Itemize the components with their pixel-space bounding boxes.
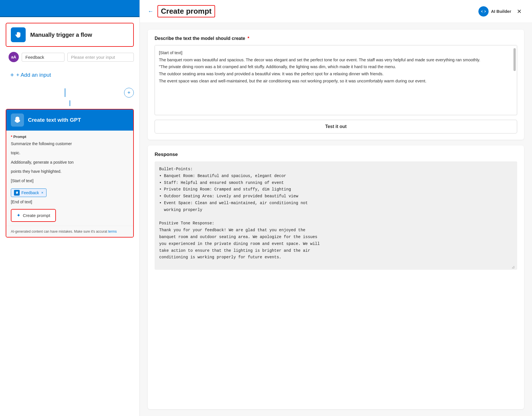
back-button[interactable]: ← bbox=[148, 8, 153, 15]
left-content: Manually trigger a flow aA Please enter … bbox=[0, 17, 139, 416]
feedback-input[interactable] bbox=[22, 53, 64, 62]
ai-builder-text: AI Builder bbox=[491, 9, 511, 14]
required-indicator: * bbox=[246, 36, 249, 41]
brain-icon bbox=[13, 116, 21, 124]
feedback-row: aA Please enter your input bbox=[6, 52, 134, 62]
describe-section: Describe the text the model should creat… bbox=[148, 30, 524, 140]
gpt-prompt-label: * Prompt bbox=[11, 135, 129, 139]
svg-point-1 bbox=[482, 10, 485, 13]
close-button[interactable]: ✕ bbox=[515, 7, 524, 16]
gpt-body: * Prompt Summarize the following custome… bbox=[6, 131, 133, 226]
create-prompt-label: Create prompt bbox=[23, 213, 50, 218]
feedback-tag[interactable]: Feedback × bbox=[11, 188, 46, 197]
ai-disclaimer: AI-generated content can have mistakes. … bbox=[6, 226, 133, 237]
gpt-start-of-text: [Start of text] bbox=[11, 178, 129, 184]
gpt-prompt-text-1: Summarize the following customer bbox=[11, 141, 129, 147]
gpt-icon bbox=[11, 113, 24, 127]
connector-button[interactable]: + bbox=[124, 88, 134, 98]
test-it-out-button[interactable]: Test it out bbox=[155, 120, 517, 133]
ai-logo-circle bbox=[478, 6, 489, 17]
gpt-end-of-text: [End of text] bbox=[11, 199, 129, 205]
feedback-tag-label: Feedback bbox=[21, 190, 39, 195]
left-panel: Manually trigger a flow aA Please enter … bbox=[0, 0, 140, 416]
ai-builder-logo: AI Builder bbox=[478, 6, 511, 17]
describe-textarea[interactable]: [Start of text] The banquet room was bea… bbox=[155, 45, 517, 114]
trigger-block[interactable]: Manually trigger a flow bbox=[6, 23, 134, 47]
gpt-title: Create text with GPT bbox=[28, 117, 81, 123]
add-input-button[interactable]: + + Add an input bbox=[6, 68, 134, 82]
right-header: ← Create prompt AI Builder ✕ bbox=[140, 0, 532, 23]
create-prompt-button[interactable]: ✦ Create prompt bbox=[11, 209, 56, 222]
gpt-prompt-text-4: points they have highlighted. bbox=[11, 168, 129, 174]
resize-handle[interactable]: ⊿ bbox=[511, 264, 515, 268]
feedback-tag-hand-icon bbox=[15, 191, 19, 194]
gpt-prompt-text-3: Additionally, generate a positive ton bbox=[11, 159, 129, 165]
ai-disclaimer-text: AI-generated content can have mistakes. … bbox=[11, 230, 107, 234]
add-input-label: + Add an input bbox=[16, 72, 51, 78]
feedback-tag-remove[interactable]: × bbox=[41, 190, 43, 195]
gpt-block: Create text with GPT * Prompt Summarize … bbox=[6, 109, 134, 238]
response-text: Bullet-Points: • Banquet Room: Beautiful… bbox=[155, 161, 517, 270]
left-top-bar bbox=[0, 0, 139, 17]
trigger-title: Manually trigger a flow bbox=[30, 32, 92, 38]
gpt-header: Create text with GPT bbox=[6, 109, 133, 131]
response-label: Response bbox=[155, 152, 517, 157]
describe-label-text: Describe the text the model should creat… bbox=[155, 36, 245, 41]
feedback-avatar: aA bbox=[9, 52, 19, 62]
prompt-label-text: Prompt bbox=[13, 135, 27, 139]
describe-label: Describe the text the model should creat… bbox=[155, 36, 517, 41]
response-section: Response Bullet-Points: • Banquet Room: … bbox=[148, 145, 524, 409]
feedback-tag-icon bbox=[14, 190, 20, 196]
describe-textarea-wrap: [Start of text] The banquet room was bea… bbox=[155, 45, 517, 115]
feedback-placeholder: Please enter your input bbox=[67, 53, 134, 62]
hand-icon bbox=[14, 31, 23, 39]
plus-icon: + bbox=[10, 71, 14, 79]
right-panel: ← Create prompt AI Builder ✕ Describe th… bbox=[140, 0, 532, 416]
ai-disclaimer-link[interactable]: terms bbox=[108, 230, 117, 234]
ai-logo-svg bbox=[478, 6, 489, 17]
right-title: Create prompt bbox=[157, 5, 215, 17]
gpt-prompt-text-2: topic. bbox=[11, 150, 129, 156]
scrollbar-indicator bbox=[513, 48, 516, 71]
connector: + bbox=[6, 88, 134, 98]
right-header-right: AI Builder ✕ bbox=[478, 6, 524, 17]
right-body: Describe the text the model should creat… bbox=[140, 23, 532, 416]
sparkle-icon: ✦ bbox=[17, 212, 21, 218]
trigger-icon bbox=[11, 27, 26, 42]
